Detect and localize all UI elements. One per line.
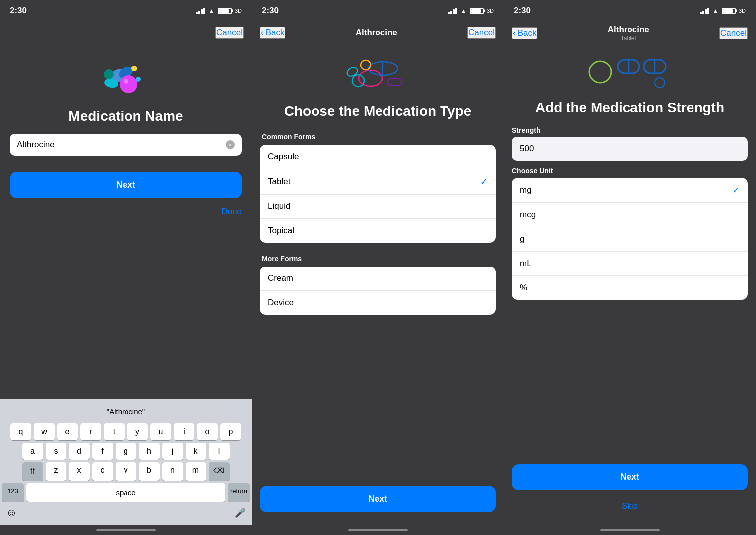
- key-h[interactable]: h: [139, 443, 160, 460]
- key-p[interactable]: p: [220, 423, 241, 440]
- list-item-cream[interactable]: Cream: [260, 267, 496, 291]
- kb-row-3: ⇧ z x c v b n m ⌫: [2, 462, 250, 481]
- key-r[interactable]: r: [80, 423, 101, 440]
- status-bar-1: 2:30 ▲ 3D: [0, 0, 252, 22]
- chevron-left-icon-3: ‹: [513, 28, 516, 38]
- list-item-liquid[interactable]: Liquid: [260, 195, 496, 219]
- next-button-3[interactable]: Next: [512, 464, 748, 490]
- nav-bar-3: ‹ Back Althrocine Tablet Cancel: [504, 22, 756, 45]
- key-d[interactable]: d: [69, 443, 90, 460]
- next-button-1[interactable]: Next: [10, 172, 242, 198]
- tablet-label: Tablet: [268, 177, 290, 187]
- key-shift[interactable]: ⇧: [22, 462, 43, 481]
- next-button-2[interactable]: Next: [260, 486, 496, 512]
- tablet-illustration: [585, 52, 675, 92]
- kb-suggestion-item[interactable]: "Althrocine": [6, 405, 246, 418]
- medication-name-input[interactable]: [17, 140, 226, 150]
- nav-title-area-3: Althrocine Tablet: [608, 25, 649, 42]
- unit-item-mg[interactable]: mg ✓: [512, 178, 748, 203]
- key-x[interactable]: x: [69, 462, 90, 481]
- key-z[interactable]: z: [46, 462, 66, 481]
- kb-row-4: 123 space return: [2, 483, 250, 502]
- screen2-content: Choose the Medication Type Common Forms …: [252, 44, 504, 478]
- back-button-2[interactable]: ‹ Back: [260, 27, 285, 39]
- unit-item-g[interactable]: g: [512, 227, 748, 252]
- choose-type-title: Choose the Medication Type: [252, 103, 504, 119]
- key-backspace[interactable]: ⌫: [209, 462, 230, 481]
- list-item-device[interactable]: Device: [260, 291, 496, 315]
- unit-mg-label: mg: [520, 185, 532, 195]
- key-u[interactable]: u: [150, 423, 171, 440]
- tablet-check-icon: ✓: [480, 176, 488, 187]
- unit-g-label: g: [520, 234, 524, 244]
- list-item-topical[interactable]: Topical: [260, 219, 496, 243]
- unit-list: mg ✓ mcg g mL %: [512, 178, 748, 300]
- cancel-button-2[interactable]: Cancel: [467, 27, 496, 39]
- key-a[interactable]: a: [22, 443, 43, 460]
- page-title-1: Medication Name: [68, 108, 183, 124]
- signal-icon-1: [196, 8, 205, 14]
- list-item-tablet[interactable]: Tablet ✓: [260, 169, 496, 195]
- done-button-1[interactable]: Done: [221, 203, 242, 221]
- key-f[interactable]: f: [92, 443, 113, 460]
- screen3-content: Add the Medication Strength Strength 500…: [504, 45, 756, 456]
- key-space[interactable]: space: [26, 483, 225, 502]
- status-icons-2: ▲ 3D: [448, 7, 494, 15]
- common-forms-list: Capsule Tablet ✓ Liquid Topical: [260, 145, 496, 243]
- key-i[interactable]: i: [174, 423, 194, 440]
- key-l[interactable]: l: [209, 443, 230, 460]
- status-time-2: 2:30: [262, 6, 279, 16]
- svg-point-20: [655, 78, 665, 88]
- cancel-button-3[interactable]: Cancel: [719, 27, 748, 39]
- chevron-left-icon-2: ‹: [261, 28, 264, 38]
- unit-item-mcg[interactable]: mcg: [512, 203, 748, 227]
- choose-unit-label: Choose Unit: [512, 167, 748, 175]
- skip-button-3[interactable]: Skip: [512, 495, 748, 517]
- key-v[interactable]: v: [116, 462, 136, 481]
- wifi-icon-3: ▲: [712, 7, 719, 15]
- key-c[interactable]: c: [92, 462, 113, 481]
- home-bar-2: [348, 529, 408, 531]
- med-graphic-2: [252, 44, 504, 103]
- status-icons-1: ▲ 3D: [196, 7, 242, 15]
- key-j[interactable]: j: [162, 443, 183, 460]
- key-s[interactable]: s: [46, 443, 66, 460]
- more-forms-header: More Forms: [252, 251, 504, 267]
- unit-item-ml[interactable]: mL: [512, 252, 748, 276]
- key-m[interactable]: m: [186, 462, 206, 481]
- clear-input-button[interactable]: ×: [226, 140, 235, 149]
- key-y[interactable]: y: [127, 423, 148, 440]
- key-w[interactable]: w: [34, 423, 55, 440]
- battery-label-3: 3D: [739, 8, 746, 14]
- key-t[interactable]: t: [104, 423, 125, 440]
- list-item-capsule[interactable]: Capsule: [260, 145, 496, 169]
- key-e[interactable]: e: [57, 423, 78, 440]
- home-indicator-1: [0, 525, 252, 535]
- strength-input-box[interactable]: 500: [512, 137, 748, 161]
- key-return[interactable]: return: [228, 483, 250, 502]
- key-q[interactable]: q: [10, 423, 31, 440]
- medication-illustration-1: [99, 54, 153, 98]
- svg-point-14: [345, 66, 359, 78]
- home-bar-1: [96, 529, 156, 531]
- key-numbers[interactable]: 123: [2, 483, 24, 502]
- status-bar-3: 2:30 ▲ 3D: [504, 0, 756, 22]
- nav-title-3: Althrocine: [608, 25, 649, 35]
- unit-mg-check-icon: ✓: [732, 185, 740, 196]
- battery-label-2: 3D: [487, 8, 494, 14]
- key-n[interactable]: n: [162, 462, 183, 481]
- med-icon-area-1: [99, 54, 153, 98]
- key-k[interactable]: k: [186, 443, 206, 460]
- unit-item-percent[interactable]: %: [512, 276, 748, 300]
- text-input-row-1[interactable]: ×: [10, 134, 242, 156]
- unit-ml-label: mL: [520, 259, 532, 268]
- key-o[interactable]: o: [197, 423, 218, 440]
- mic-icon[interactable]: 🎤: [235, 507, 246, 518]
- key-b[interactable]: b: [139, 462, 160, 481]
- status-bar-2: 2:30 ▲ 3D: [252, 0, 504, 22]
- cancel-button-1[interactable]: Cancel: [215, 27, 244, 39]
- unit-section: Choose Unit mg ✓ mcg g mL %: [504, 167, 756, 306]
- key-g[interactable]: g: [116, 443, 136, 460]
- emoji-icon[interactable]: ☺: [6, 506, 17, 519]
- back-button-3[interactable]: ‹ Back: [512, 27, 537, 39]
